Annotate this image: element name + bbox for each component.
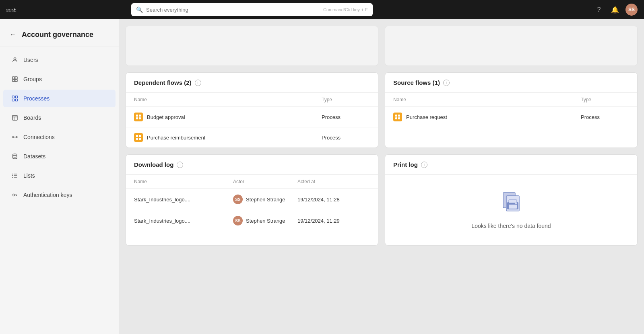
search-bar[interactable]: 🔍 Command/Ctrl key + E: [131, 3, 373, 16]
source-flow-name-1: Purchase request: [393, 113, 581, 121]
search-shortcut: Command/Ctrl key + E: [323, 7, 368, 12]
svg-point-18: [13, 154, 17, 156]
empty-print-icon: [500, 191, 522, 218]
download-log-col-acted-at: Acted at: [297, 179, 370, 184]
group-icon: [11, 76, 19, 83]
sidebar-item-groups-label: Groups: [23, 76, 42, 82]
search-icon: 🔍: [136, 6, 143, 13]
sidebar-item-datasets[interactable]: Datasets: [3, 148, 116, 165]
svg-text:INDUSTRIES: INDUSTRIES: [6, 11, 17, 12]
sidebar-item-boards-label: Boards: [23, 115, 41, 121]
svg-point-16: [16, 137, 17, 138]
sidebar-item-users[interactable]: Users: [3, 51, 116, 69]
dependent-flows-col-type: Type: [322, 97, 370, 102]
svg-rect-41: [509, 205, 517, 209]
source-flows-title: Source flows (1): [393, 79, 440, 86]
logs-row: Download log i Name Actor Acted at Stark…: [126, 154, 638, 246]
key-icon: [11, 191, 19, 199]
download-log-actor-1: SS Stephen Strange: [233, 195, 297, 204]
svg-rect-4: [12, 77, 14, 79]
top-faded-card-right: [385, 26, 638, 66]
dependent-flow-name-2: Purchase reimbursement: [134, 133, 322, 142]
notifications-button[interactable]: 🔔: [609, 4, 621, 15]
sidebar-item-lists-label: Lists: [23, 172, 35, 179]
sidebar-item-users-label: Users: [23, 57, 38, 63]
layout: ← Account governance Users Groups: [0, 19, 644, 334]
sidebar-item-connections-label: Connections: [23, 134, 55, 140]
process-nav-icon: [11, 95, 19, 102]
download-log-col-name: Name: [134, 179, 233, 184]
svg-rect-6: [12, 80, 14, 82]
process-icon-2: [134, 133, 143, 142]
sidebar-item-boards[interactable]: Boards: [3, 109, 116, 127]
sidebar-item-datasets-label: Datasets: [23, 153, 45, 160]
svg-rect-11: [15, 99, 17, 101]
dependent-flows-card: Dependent flows (2) i Name Type: [126, 72, 378, 148]
help-icon: ?: [597, 6, 601, 13]
sidebar-back-button[interactable]: ←: [8, 30, 18, 39]
dependent-flows-table: Name Type: [126, 93, 378, 148]
sidebar-divider: [0, 47, 119, 47]
source-flows-info-icon[interactable]: i: [443, 80, 450, 86]
svg-rect-8: [12, 96, 14, 98]
table-row[interactable]: Stark_Industries_logo.... SS Stephen Str…: [126, 210, 378, 231]
print-log-info-icon[interactable]: i: [421, 162, 427, 168]
download-log-header: Download log i: [126, 155, 378, 175]
help-button[interactable]: ?: [593, 4, 605, 15]
print-log-header: Print log i: [385, 155, 637, 175]
svg-rect-26: [136, 115, 138, 117]
sidebar: ← Account governance Users Groups: [0, 19, 119, 334]
process-icon-1: [134, 113, 143, 121]
svg-point-15: [12, 137, 14, 138]
dependent-flow-type-1: Process: [322, 114, 370, 120]
actor-avatar-1: SS: [233, 195, 243, 204]
download-log-card: Download log i Name Actor Acted at Stark…: [126, 154, 378, 246]
sidebar-item-connections[interactable]: Connections: [3, 128, 116, 146]
print-log-empty-text: Looks like there's no data found: [471, 223, 551, 229]
svg-text:STARK: STARK: [6, 9, 14, 11]
nav-right: ? 🔔 SS: [593, 4, 638, 16]
dependent-flows-table-head: Name Type: [126, 93, 378, 107]
svg-rect-29: [139, 117, 141, 119]
main-content: Dependent flows (2) i Name Type: [119, 19, 644, 334]
table-row[interactable]: Purchase request Process: [385, 107, 637, 127]
sidebar-item-auth-keys-label: Authentication keys: [23, 192, 72, 198]
sidebar-item-processes[interactable]: Processes: [3, 90, 116, 107]
top-faded-row: [126, 26, 638, 66]
print-log-title: Print log: [393, 161, 418, 168]
top-faded-card-left: [126, 26, 378, 66]
connection-icon: [11, 133, 19, 141]
actor-name-1: Stephen Strange: [246, 197, 285, 203]
flows-row: Dependent flows (2) i Name Type: [126, 72, 638, 148]
sidebar-item-auth-keys[interactable]: Authentication keys: [3, 186, 116, 204]
source-flows-card: Source flows (1) i Name Type: [385, 72, 638, 148]
svg-rect-42: [509, 200, 517, 203]
svg-rect-9: [15, 96, 17, 98]
actor-avatar-2: SS: [233, 216, 243, 225]
svg-rect-34: [395, 115, 397, 117]
sidebar-header: ← Account governance: [0, 23, 119, 47]
bell-icon: 🔔: [611, 6, 619, 14]
download-log-info-icon[interactable]: i: [177, 162, 183, 168]
table-row[interactable]: Budget approval Process: [126, 107, 378, 127]
navbar: STARK INDUSTRIES 🔍 Command/Ctrl key + E …: [0, 0, 644, 19]
source-flows-header: Source flows (1) i: [385, 73, 637, 93]
download-log-table: Name Actor Acted at Stark_Industries_log…: [126, 175, 378, 231]
svg-rect-35: [398, 115, 400, 117]
svg-rect-27: [139, 115, 141, 117]
sidebar-item-processes-label: Processes: [23, 95, 50, 102]
print-log-empty-state: Looks like there's no data found: [385, 175, 637, 245]
search-input[interactable]: [146, 7, 320, 13]
table-row[interactable]: Purchase reimbursement Process: [126, 127, 378, 148]
sidebar-item-groups[interactable]: Groups: [3, 70, 116, 88]
table-row[interactable]: Stark_Industries_logo.... SS Stephen Str…: [126, 189, 378, 210]
sidebar-item-lists[interactable]: Lists: [3, 167, 116, 184]
download-log-name-2: Stark_Industries_logo....: [134, 218, 233, 224]
user-icon: [11, 56, 19, 64]
svg-point-3: [14, 58, 16, 60]
dependent-flows-info-icon[interactable]: i: [195, 80, 201, 86]
list-icon: [11, 172, 19, 179]
user-avatar[interactable]: SS: [625, 4, 638, 16]
source-flow-type-1: Process: [581, 114, 629, 120]
svg-point-43: [515, 203, 517, 204]
